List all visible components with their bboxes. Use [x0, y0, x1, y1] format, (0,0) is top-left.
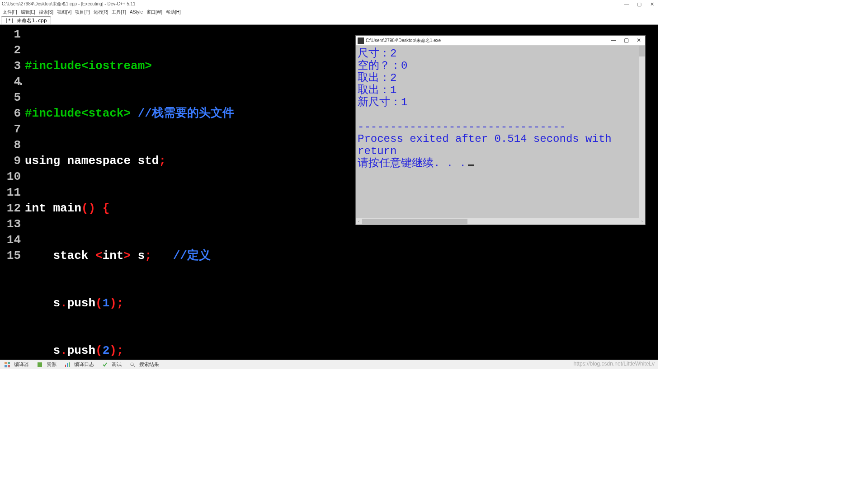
menu-tools[interactable]: 工具[T] [111, 9, 127, 15]
svg-rect-5 [65, 365, 66, 367]
window-title: C:\Users\27984\Desktop\未命名1.cpp - [Execu… [2, 1, 656, 7]
tab-debug[interactable]: 调试 [99, 361, 127, 368]
menu-window[interactable]: 窗口[W] [146, 9, 163, 15]
svg-rect-2 [5, 365, 7, 367]
line-gutter: 123456789101112131415 [0, 25, 23, 360]
menu-view[interactable]: 视图[V] [56, 9, 72, 15]
console-titlebar[interactable]: C:\Users\27984\Desktop\未命名1.exe — ▢ ✕ [356, 36, 645, 46]
svg-rect-3 [8, 365, 10, 367]
watermark: https://blog.csdn.net/LittleWhiteLv [574, 361, 655, 367]
svg-rect-1 [8, 362, 10, 364]
tabbar: [*] 未命名1.cpp [0, 16, 658, 25]
svg-line-9 [133, 366, 135, 367]
console-minimize-button[interactable]: — [607, 36, 620, 45]
svg-rect-4 [38, 362, 42, 367]
svg-rect-0 [5, 362, 7, 364]
console-maximize-button[interactable]: ▢ [620, 36, 632, 45]
fold-marker-icon[interactable]: ▪ [19, 77, 24, 93]
titlebar[interactable]: C:\Users\27984\Desktop\未命名1.cpp - [Execu… [0, 0, 658, 8]
menu-search[interactable]: 搜索[S] [38, 9, 54, 15]
menu-astyle[interactable]: AStyle [129, 9, 144, 14]
console-window[interactable]: C:\Users\27984\Desktop\未命名1.exe — ▢ ✕ 尺寸… [355, 35, 646, 225]
console-app-icon [358, 38, 364, 44]
file-tab[interactable]: [*] 未命名1.cpp [1, 16, 51, 24]
scroll-right-icon[interactable]: › [639, 218, 645, 225]
scrollbar-thumb[interactable] [362, 219, 467, 224]
scroll-left-icon[interactable]: ‹ [356, 218, 362, 225]
tab-compile-log[interactable]: 编译日志 [62, 361, 99, 368]
menu-run[interactable]: 运行[R] [93, 9, 109, 15]
console-vertical-scrollbar[interactable] [639, 46, 645, 218]
menu-file[interactable]: 文件[F] [2, 9, 18, 15]
cursor-icon [468, 164, 474, 166]
console-title: C:\Users\27984\Desktop\未命名1.exe [366, 38, 441, 44]
console-close-button[interactable]: ✕ [632, 36, 645, 45]
close-button[interactable]: ✕ [646, 0, 658, 8]
console-horizontal-scrollbar[interactable]: ‹ › [356, 218, 645, 225]
tab-resources[interactable]: 资源 [34, 361, 62, 368]
tab-compiler[interactable]: 编译器 [2, 361, 34, 368]
tab-search-results[interactable]: 搜索结果 [127, 361, 165, 368]
bottom-tabs: 编译器 资源 编译日志 调试 搜索结果 [0, 360, 658, 369]
svg-rect-6 [67, 363, 68, 367]
console-output[interactable]: 尺寸：2 空的？：0 取出：2 取出：1 新尺寸：1 -------------… [356, 46, 645, 218]
minimize-button[interactable]: — [620, 0, 633, 8]
maximize-button[interactable]: ▢ [633, 0, 646, 8]
menu-edit[interactable]: 编辑[E] [20, 9, 36, 15]
scrollbar-thumb[interactable] [639, 46, 645, 56]
svg-point-8 [131, 363, 133, 366]
menubar: 文件[F] 编辑[E] 搜索[S] 视图[V] 项目[P] 运行[R] 工具[T… [0, 8, 658, 16]
menu-help[interactable]: 帮助[H] [165, 9, 182, 15]
svg-rect-7 [69, 362, 70, 367]
menu-project[interactable]: 项目[P] [74, 9, 90, 15]
